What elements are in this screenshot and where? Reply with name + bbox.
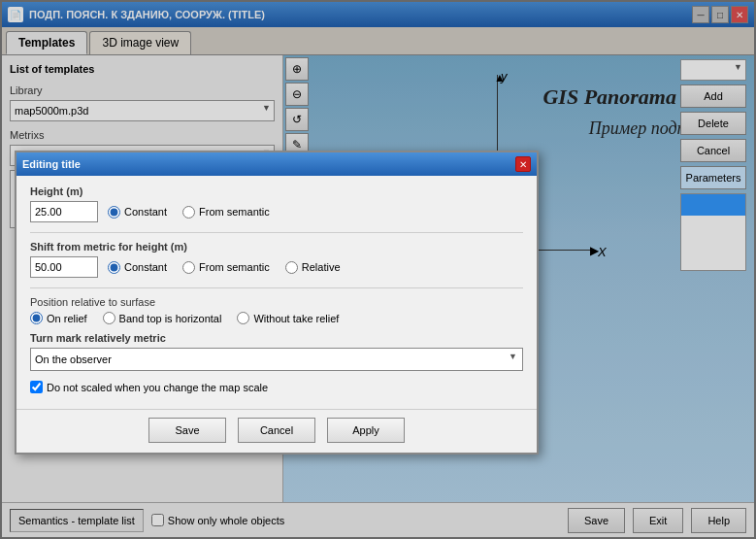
height-radio-group: Constant From semantic xyxy=(108,206,270,219)
modal-footer: Save Cancel Apply xyxy=(16,409,537,453)
position-section-label: Position relative to surfase xyxy=(30,296,523,308)
shift-constant-radio[interactable] xyxy=(108,261,120,274)
modal-save-button[interactable]: Save xyxy=(148,418,226,443)
editing-title-modal: Editing title ✕ Height (m) Constant xyxy=(15,151,539,455)
height-constant-option[interactable]: Constant xyxy=(108,206,167,219)
turn-dropdown[interactable]: On the observer With metric Fixed angle xyxy=(30,348,523,371)
on-relief-option[interactable]: On relief xyxy=(30,312,87,324)
height-constant-label: Constant xyxy=(124,206,167,218)
height-section: Height (m) Constant From semantic xyxy=(30,185,523,222)
height-row: Constant From semantic xyxy=(30,201,523,222)
on-relief-radio[interactable] xyxy=(30,312,43,324)
position-radio-group: On relief Band top is horizontal Without… xyxy=(30,312,523,324)
height-from-semantic-option[interactable]: From semantic xyxy=(182,206,270,219)
band-top-radio[interactable] xyxy=(103,312,115,324)
modal-apply-button[interactable]: Apply xyxy=(327,418,405,443)
shift-from-semantic-label: From semantic xyxy=(199,261,270,273)
height-from-semantic-label: From semantic xyxy=(199,206,270,218)
height-constant-radio[interactable] xyxy=(108,206,120,219)
modal-cancel-button[interactable]: Cancel xyxy=(238,418,315,443)
shift-from-semantic-radio[interactable] xyxy=(182,261,195,274)
without-relief-label: Without take relief xyxy=(253,313,339,324)
shift-constant-option[interactable]: Constant xyxy=(108,261,167,274)
turn-section: Turn mark relatively metric On the obser… xyxy=(30,332,523,371)
height-input[interactable] xyxy=(30,201,98,222)
modal-body: Height (m) Constant From semantic xyxy=(16,176,537,409)
shift-section: Shift from metric for height (m) Constan… xyxy=(30,241,523,278)
shift-constant-label: Constant xyxy=(124,261,167,273)
without-relief-option[interactable]: Without take relief xyxy=(237,312,339,324)
modal-close-button[interactable]: ✕ xyxy=(515,156,531,172)
height-from-semantic-radio[interactable] xyxy=(182,206,195,219)
do-not-scale-row[interactable]: Do not scaled when you change the map sc… xyxy=(30,381,523,393)
shift-row: Constant From semantic Relative xyxy=(30,256,523,278)
shift-relative-option[interactable]: Relative xyxy=(285,261,341,274)
do-not-scale-label: Do not scaled when you change the map sc… xyxy=(47,382,268,393)
turn-label: Turn mark relatively metric xyxy=(30,332,523,344)
do-not-scale-checkbox[interactable] xyxy=(30,381,43,393)
height-section-label: Height (m) xyxy=(30,185,523,197)
shift-radio-group: Constant From semantic Relative xyxy=(108,261,341,274)
on-relief-label: On relief xyxy=(47,313,87,324)
shift-input[interactable] xyxy=(30,256,98,278)
modal-overlay: Editing title ✕ Height (m) Constant xyxy=(0,0,756,539)
modal-title-bar: Editing title ✕ xyxy=(16,152,537,176)
shift-section-label: Shift from metric for height (m) xyxy=(30,241,523,253)
shift-relative-radio[interactable] xyxy=(285,261,298,274)
shift-from-semantic-option[interactable]: From semantic xyxy=(182,261,270,274)
without-relief-radio[interactable] xyxy=(237,312,249,324)
band-top-label: Band top is horizontal xyxy=(119,313,222,324)
band-top-option[interactable]: Band top is horizontal xyxy=(103,312,222,324)
modal-title: Editing title xyxy=(22,158,81,170)
shift-relative-label: Relative xyxy=(302,261,341,273)
position-section: Position relative to surfase On relief B… xyxy=(30,296,523,324)
